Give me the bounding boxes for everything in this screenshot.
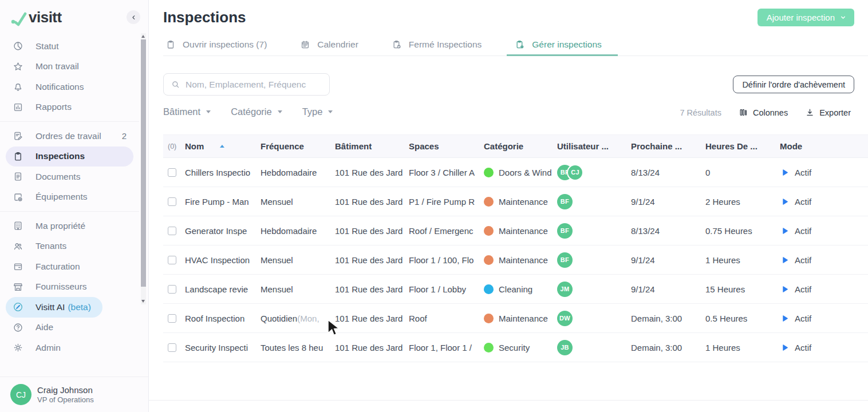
sidebar-item-admin[interactable]: Admin xyxy=(0,338,139,358)
cell-mode[interactable]: Actif xyxy=(780,314,868,323)
filter-label: Type xyxy=(302,106,323,117)
sidebar-collapse-button[interactable] xyxy=(127,10,140,24)
row-checkbox[interactable] xyxy=(168,285,176,294)
sidebar-item-mon-travail[interactable]: Mon travail xyxy=(0,57,139,77)
cell-frequency: Mensuel xyxy=(261,255,335,265)
sidebar-item-statut[interactable]: Statut xyxy=(0,36,139,57)
cell-category: Security xyxy=(484,343,557,352)
checkbox-cell xyxy=(163,256,185,264)
cell-mode[interactable]: Actif xyxy=(780,168,868,177)
avatar: BF xyxy=(557,252,573,268)
column-header-mode[interactable]: Mode xyxy=(780,141,868,151)
sidebar-item-equipements[interactable]: Équipements xyxy=(0,187,139,208)
sidebar-item-aide[interactable]: Aide xyxy=(0,318,139,338)
cell-mode[interactable]: Actif xyxy=(780,197,868,207)
visitt-logo[interactable]: visitt xyxy=(10,9,62,26)
filter-type[interactable]: Type xyxy=(302,106,333,117)
cell-mode[interactable]: Actif xyxy=(780,226,868,236)
row-checkbox[interactable] xyxy=(168,314,176,323)
sidebar-item-inspections[interactable]: Inspections xyxy=(6,146,133,167)
column-header-utilisateur[interactable]: Utilisateur ... xyxy=(557,141,631,151)
column-header-spaces[interactable]: Spaces xyxy=(409,141,484,151)
column-header-batiment[interactable]: Bâtiment xyxy=(335,141,409,151)
cell-mode[interactable]: Actif xyxy=(780,255,868,265)
filter-batiment[interactable]: Bâtiment xyxy=(163,106,211,117)
cell-category: Doors & Wind xyxy=(484,168,557,177)
sidebar-scrollbar-thumb[interactable] xyxy=(141,39,146,287)
checkbox-cell xyxy=(163,314,185,323)
table-row[interactable]: Security InspectiToutes les 8 heu101 Rue… xyxy=(163,333,868,362)
sidebar-item-visitt-ai[interactable]: Visitt AI(beta) xyxy=(6,297,102,318)
columns-button[interactable]: Colonnes xyxy=(739,108,788,117)
avatar: JM xyxy=(557,282,573,297)
table-row[interactable]: Roof InspectionQuotidien (Mon,101 Rue de… xyxy=(163,304,868,333)
tab-ouvrir-inspections-7[interactable]: Ouvrir inspections (7) xyxy=(163,33,269,56)
column-header-heures-de[interactable]: Heures De ... xyxy=(705,141,780,151)
row-checkbox[interactable] xyxy=(168,343,176,352)
search-box[interactable] xyxy=(163,73,330,96)
sidebar-item-facturation[interactable]: Facturation xyxy=(0,256,139,277)
filter-categorie[interactable]: Catégorie xyxy=(231,106,282,117)
tab-gerer-inspections[interactable]: Gérer inspections xyxy=(512,33,603,56)
define-completion-order-button[interactable]: Définir l'ordre d'achèvement xyxy=(733,76,854,93)
cell-name: Chillers Inspectio xyxy=(185,168,261,177)
column-header-frequence[interactable]: Fréquence xyxy=(261,141,335,151)
sidebar-item-notifications[interactable]: Notifications xyxy=(0,77,139,97)
sidebar-item-label: Statut xyxy=(35,41,59,52)
scroll-up-icon[interactable] xyxy=(141,35,145,38)
sidebar-item-documents[interactable]: Documents xyxy=(0,167,139,187)
sidebar-scrollbar[interactable] xyxy=(141,33,146,304)
column-header-nom[interactable]: Nom xyxy=(185,141,261,151)
cell-category: Maintenance xyxy=(484,314,557,323)
play-icon xyxy=(780,226,790,236)
cell-users: BFCJ xyxy=(557,164,631,181)
sidebar-group-3: Ma propriétéTenantsFacturationFournisseu… xyxy=(0,211,139,362)
cell-spaces: Floor 1, Floor 1 / xyxy=(409,343,484,352)
row-checkbox[interactable] xyxy=(168,197,176,206)
wallet-icon xyxy=(13,261,23,272)
user-profile[interactable]: CJ Craig Johnson VP of Operations xyxy=(0,377,148,412)
avatar: DW xyxy=(557,311,573,326)
sidebar-item-ordres-de-travail[interactable]: Ordres de travail2 xyxy=(0,126,139,146)
sidebar-item-label: Mon travail xyxy=(35,61,79,72)
tab-calendrier[interactable]: Calendrier xyxy=(298,33,361,56)
category-dot xyxy=(484,197,494,207)
column-header-prochaine[interactable]: Prochaine ... xyxy=(631,141,705,151)
cell-building: 101 Rue des Jard xyxy=(335,343,409,352)
search-input[interactable] xyxy=(186,80,323,90)
tab-label: Calendrier xyxy=(317,39,358,50)
cell-mode[interactable]: Actif xyxy=(780,284,868,294)
mode-label: Actif xyxy=(795,226,811,236)
download-icon xyxy=(805,108,815,117)
sidebar-item-fournisseurs[interactable]: Fournisseurs xyxy=(0,277,139,298)
tab-ferme-inspections[interactable]: Fermé Inspections xyxy=(389,33,484,56)
sidebar-item-ma-propriete[interactable]: Ma propriété xyxy=(0,216,139,236)
add-inspection-button[interactable]: Ajouter inspection xyxy=(757,9,854,26)
avatar: BF xyxy=(557,194,573,209)
frequency-text: Hebdomadaire xyxy=(261,168,317,177)
sort-asc-icon[interactable] xyxy=(220,145,224,148)
sidebar-item-label: Facturation xyxy=(35,262,80,272)
table-row[interactable]: HVAC InspectionMensuel101 Rue des JardFl… xyxy=(163,245,868,275)
sidebar-item-tenants[interactable]: Tenants xyxy=(0,236,139,257)
table-row[interactable]: Generator InspeHebdomadaire101 Rue des J… xyxy=(163,216,868,245)
row-checkbox[interactable] xyxy=(168,227,176,235)
table-row[interactable]: Chillers InspectioHebdomadaire101 Rue de… xyxy=(163,158,868,187)
cell-hours: 0 xyxy=(705,168,780,177)
column-header-categorie[interactable]: Catégorie xyxy=(484,141,557,151)
frequency-text: Hebdomadaire xyxy=(261,226,317,236)
category-dot xyxy=(484,255,494,265)
row-checkbox[interactable] xyxy=(168,256,176,264)
sidebar-header: visitt xyxy=(10,6,140,29)
export-button[interactable]: Exporter xyxy=(805,108,851,117)
table-row[interactable]: Fire Pump - ManMensuel101 Rue des JardP1… xyxy=(163,187,868,216)
cell-hours: 15 Heures xyxy=(705,284,780,294)
scroll-down-icon[interactable] xyxy=(141,300,145,303)
table-row[interactable]: Landscape revieMensuel101 Rue des JardFl… xyxy=(163,275,868,304)
row-checkbox[interactable] xyxy=(168,168,176,177)
cell-next-date: Demain, 3:00 xyxy=(631,343,705,352)
cell-name: Roof Inspection xyxy=(185,314,261,323)
cell-frequency: Hebdomadaire xyxy=(261,168,335,177)
sidebar-item-rapports[interactable]: Rapports xyxy=(0,97,139,118)
cell-mode[interactable]: Actif xyxy=(780,343,868,352)
